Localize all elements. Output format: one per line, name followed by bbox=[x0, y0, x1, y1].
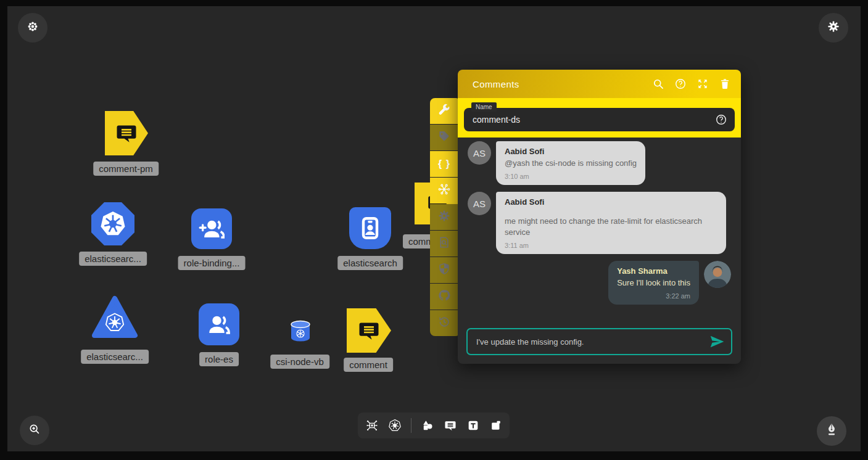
settings-button[interactable] bbox=[819, 13, 848, 43]
message-list[interactable]: AS Aabid Sofi @yash the csi-node is miss… bbox=[458, 138, 741, 326]
gear-icon bbox=[827, 20, 840, 36]
message-bubble: Yash Sharma Sure I'll look into this 3:2… bbox=[608, 261, 699, 305]
zoom-button[interactable] bbox=[20, 416, 49, 445]
kubernetes-icon[interactable] bbox=[388, 419, 402, 432]
comment-icon bbox=[357, 318, 381, 343]
app-menu-button[interactable] bbox=[18, 13, 48, 43]
node-label[interactable]: elasticsearch bbox=[337, 256, 403, 270]
gear-icon bbox=[437, 209, 451, 225]
node-label[interactable]: role-binding... bbox=[178, 256, 246, 270]
text-icon[interactable] bbox=[466, 419, 480, 432]
chat-input-row bbox=[466, 328, 732, 355]
service-account-icon bbox=[357, 215, 384, 242]
toolbar-button-tags[interactable] bbox=[430, 125, 458, 150]
message-text: @yash the csi-node is missing config bbox=[505, 158, 637, 169]
toolbar-button-validate[interactable] bbox=[430, 231, 458, 257]
shield-icon bbox=[437, 262, 451, 278]
node-label[interactable]: elasticsearc... bbox=[81, 350, 149, 364]
message-bubble: Aabid Sofi @yash the csi-node is missing… bbox=[496, 141, 645, 185]
tag-icon bbox=[437, 129, 451, 146]
node-action-toolbar: { } bbox=[430, 98, 458, 336]
toolbar-button-json[interactable]: { } bbox=[430, 151, 458, 177]
expand-icon[interactable] bbox=[696, 78, 709, 90]
message: Yash Sharma Sure I'll look into this 3:2… bbox=[468, 261, 731, 305]
app-window: comment-pm elasticsearc... role-binding.… bbox=[0, 0, 868, 460]
toolbar-button-settings[interactable] bbox=[430, 204, 458, 230]
toolbar-divider bbox=[411, 418, 411, 433]
comments-panel-header[interactable]: Comments bbox=[458, 70, 741, 98]
shape-toolbar bbox=[358, 413, 510, 438]
hub-icon bbox=[437, 183, 451, 199]
node-role-es[interactable] bbox=[199, 303, 239, 345]
kubernetes-wheel-icon bbox=[99, 210, 127, 238]
braces-icon: { } bbox=[438, 158, 450, 170]
name-field-section: Name bbox=[458, 98, 741, 138]
media-icon[interactable] bbox=[489, 419, 503, 432]
flower-icon bbox=[26, 20, 39, 36]
node-label[interactable]: csi-node-vb bbox=[270, 355, 329, 369]
message-time: 3:11 am bbox=[505, 242, 717, 249]
group-icon bbox=[206, 311, 232, 337]
node-elasticsearch[interactable] bbox=[349, 207, 391, 249]
chat-input[interactable] bbox=[475, 337, 709, 347]
node-elasticsearch-triangle[interactable] bbox=[91, 295, 138, 340]
message-time: 3:10 am bbox=[505, 173, 637, 180]
toolbar-button-history[interactable] bbox=[430, 310, 458, 336]
pen-tool-button[interactable] bbox=[817, 416, 846, 446]
message-author: Aabid Sofi bbox=[505, 147, 637, 156]
toolbar-button-configure[interactable] bbox=[430, 98, 458, 124]
node-label[interactable]: comment bbox=[344, 358, 393, 372]
avatar bbox=[704, 261, 731, 288]
send-icon[interactable] bbox=[709, 334, 725, 350]
message: AS Aabid Sofi me might need to change th… bbox=[468, 192, 731, 254]
message-text: Sure I'll look into this bbox=[617, 277, 690, 289]
node-label[interactable]: role-es bbox=[199, 352, 239, 366]
document-search-icon bbox=[437, 236, 451, 252]
node-csi-node-vb[interactable] bbox=[289, 319, 312, 343]
zoom-in-icon bbox=[28, 422, 41, 438]
node-label[interactable]: comment-pm bbox=[93, 162, 159, 176]
comments-panel: Comments Name AS Aabid Sofi @yash the cs… bbox=[458, 70, 741, 364]
github-icon bbox=[437, 289, 451, 305]
node-elasticsearch-octagon[interactable] bbox=[91, 202, 134, 245]
message-text: me might need to change the rate-limit f… bbox=[505, 216, 717, 238]
search-icon[interactable] bbox=[652, 78, 664, 90]
message-bubble: Aabid Sofi me might need to change the r… bbox=[496, 192, 726, 254]
comment-icon bbox=[114, 121, 139, 146]
toolbar-button-github[interactable] bbox=[430, 284, 458, 310]
message: AS Aabid Sofi @yash the csi-node is miss… bbox=[468, 141, 731, 185]
help-icon[interactable] bbox=[674, 78, 687, 90]
panel-title: Comments bbox=[473, 79, 642, 89]
toolbar-button-hub[interactable] bbox=[430, 178, 458, 203]
pen-nib-icon bbox=[824, 422, 840, 440]
node-label[interactable]: elasticsearc... bbox=[79, 252, 147, 266]
message-author: Yash Sharma bbox=[617, 266, 690, 276]
name-input[interactable] bbox=[471, 114, 715, 125]
name-field[interactable] bbox=[464, 108, 735, 131]
message-time: 3:22 am bbox=[617, 292, 690, 300]
message-author: Aabid Sofi bbox=[505, 197, 717, 207]
trash-icon[interactable] bbox=[719, 78, 731, 90]
wrench-icon bbox=[437, 103, 451, 119]
comment-icon[interactable] bbox=[444, 419, 457, 432]
toolbar-button-security[interactable] bbox=[430, 257, 458, 283]
architecture-icon[interactable] bbox=[365, 419, 379, 432]
history-icon bbox=[437, 315, 451, 331]
help-icon[interactable] bbox=[715, 113, 727, 126]
shapes-icon[interactable] bbox=[421, 419, 434, 432]
node-role-binding[interactable] bbox=[191, 208, 232, 249]
avatar: AS bbox=[468, 141, 491, 165]
name-field-label: Name bbox=[471, 102, 497, 112]
group-add-icon bbox=[199, 216, 225, 242]
avatar: AS bbox=[468, 192, 491, 215]
